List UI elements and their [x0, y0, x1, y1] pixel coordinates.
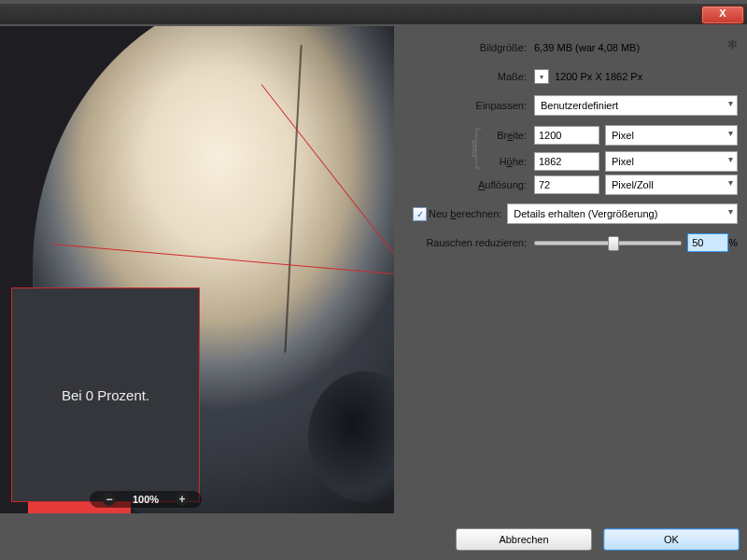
height-label: Höhe: — [486, 156, 534, 167]
resolution-unit-select[interactable]: Pixel/Zoll — [605, 175, 738, 195]
dialog-buttons: Abbrechen OK — [394, 528, 740, 553]
noise-value-input[interactable] — [687, 233, 728, 252]
app-frame: X Bei 0 Prozent. − 100% + ✻ Bildgröße: 6… — [0, 0, 747, 560]
settings-panel: ✻ Bildgröße: 6,39 MB (war 4,08 MB) Maße:… — [394, 26, 747, 526]
resample-method-select[interactable]: Details erhalten (Vergrößerung) — [507, 203, 738, 224]
image-preview[interactable]: Bei 0 Prozent. − 100% + — [0, 26, 394, 513]
link-dimensions-icon[interactable] — [469, 124, 486, 173]
width-input[interactable] — [534, 126, 599, 145]
resample-checkbox[interactable]: ✓ — [413, 207, 427, 221]
inset-caption: Bei 0 Prozent. — [62, 387, 149, 403]
fit-label: Einpassen: — [413, 100, 534, 111]
dimensions-unit-icon[interactable]: ▾ — [534, 69, 549, 84]
preview-inset: Bei 0 Prozent. — [11, 287, 200, 502]
image-size-value: 6,39 MB (war 4,08 MB) — [534, 42, 738, 53]
dimensions-value: 1200 Px X 1862 Px — [555, 71, 642, 82]
ok-button[interactable]: OK — [603, 528, 740, 551]
noise-percent: % — [728, 237, 738, 248]
dialog-titlebar: X — [0, 4, 747, 24]
zoom-out-button[interactable]: − — [103, 493, 116, 506]
zoom-controls: − 100% + — [90, 491, 202, 508]
close-button[interactable]: X — [701, 6, 744, 24]
width-label: Breite: — [486, 130, 534, 141]
resample-label: Neu berechnen: — [429, 208, 501, 219]
height-unit-select[interactable]: Pixel — [605, 151, 738, 172]
fit-select[interactable]: Benutzerdefiniert — [534, 95, 738, 116]
gear-icon[interactable]: ✻ — [727, 37, 738, 51]
image-size-label: Bildgröße: — [413, 42, 534, 53]
width-unit-select[interactable]: Pixel — [605, 125, 738, 146]
noise-label: Rauschen reduzieren: — [413, 237, 534, 248]
height-input[interactable] — [534, 152, 599, 171]
noise-slider[interactable] — [534, 241, 682, 245]
resolution-input[interactable] — [534, 175, 599, 194]
cancel-button[interactable]: Abbrechen — [456, 528, 592, 551]
zoom-level: 100% — [133, 494, 159, 505]
dimensions-label: Maße: — [413, 71, 534, 82]
zoom-in-button[interactable]: + — [176, 493, 189, 506]
resolution-label: Auflösung: — [413, 179, 534, 190]
